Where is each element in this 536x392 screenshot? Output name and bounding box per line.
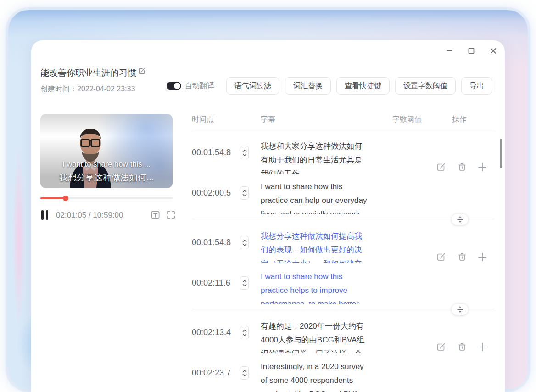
created-time: 创建时间：2022-04-02 23:33 xyxy=(40,84,135,94)
edit-pencil-icon xyxy=(436,252,446,262)
plus-icon xyxy=(477,252,487,262)
view-shortcuts-button[interactable]: 查看快捷键 xyxy=(336,77,390,95)
timestamp-zh: 00:01:54.8 xyxy=(192,238,238,247)
chevron-up-icon xyxy=(242,190,247,193)
plus-icon xyxy=(477,342,487,352)
minimize-icon xyxy=(446,47,453,55)
edit-pencil-icon xyxy=(436,342,446,352)
timestamp-en: 00:02:23.7 xyxy=(192,368,238,378)
maximize-icon xyxy=(468,47,475,55)
vocab-replace-button[interactable]: 词汇替换 xyxy=(285,77,331,95)
chevron-down-icon xyxy=(242,194,247,196)
trash-icon xyxy=(457,342,467,352)
subtitle-text-zh[interactable]: 我想和大家分享这种做法如何 有助于我们的日常生活尤其是 我们的工作 xyxy=(261,140,395,174)
chevron-down-icon xyxy=(242,284,247,286)
time-stepper[interactable] xyxy=(240,366,249,380)
chevron-down-icon xyxy=(242,333,247,336)
edit-subtitle-button[interactable] xyxy=(436,162,446,174)
timestamp-zh: 00:01:54.8 xyxy=(192,148,238,157)
subtitle-text-en[interactable]: I want to share how this practice can he… xyxy=(261,180,395,214)
trash-icon xyxy=(457,252,467,262)
minimize-button[interactable] xyxy=(444,46,454,56)
overlay-subtitles: I want to share how this ... 我想分享这种做法如何.… xyxy=(40,160,173,184)
word-threshold-button[interactable]: 设置字数阈值 xyxy=(395,77,456,95)
time-stepper[interactable] xyxy=(240,326,249,339)
timestamp-en: 00:02:11.6 xyxy=(192,278,238,288)
timestamp-zh: 00:02:13.4 xyxy=(192,328,238,337)
add-subtitle-button[interactable] xyxy=(477,162,487,174)
trash-icon xyxy=(457,162,467,172)
delete-subtitle-button[interactable] xyxy=(457,162,467,174)
auto-translate-toggle[interactable] xyxy=(167,82,181,90)
overlay-subtitle-zh: 我想分享这种做法如何... xyxy=(40,172,173,184)
edit-subtitle-button[interactable] xyxy=(436,252,446,263)
merge-rows-button[interactable] xyxy=(451,213,469,225)
maximize-button[interactable] xyxy=(466,46,476,56)
subtitle-group: 00:02:13.4 有趣的是，2020年一份大约有 4000人参与的由BCG和… xyxy=(31,309,505,392)
chevron-down-icon xyxy=(242,153,247,156)
subtitle-text-zh[interactable]: 有趣的是，2020年一份大约有 4000人参与的由BCG和BVA组 织的调查问卷… xyxy=(261,319,395,353)
column-header-time: 时间点 xyxy=(192,115,214,124)
edit-pencil-icon xyxy=(436,162,446,172)
close-button[interactable] xyxy=(488,46,498,56)
add-subtitle-button[interactable] xyxy=(477,252,487,263)
column-header-actions: 操作 xyxy=(452,115,467,124)
column-header-threshold: 字数阈值 xyxy=(392,115,422,124)
auto-translate-label: 自动翻译 xyxy=(185,81,214,91)
close-icon xyxy=(490,47,497,55)
chevron-down-icon xyxy=(242,374,247,376)
subtitle-text-en[interactable]: Interestingly, in a 2020 survey of some … xyxy=(261,360,395,392)
toggle-knob xyxy=(174,83,180,89)
chevron-up-icon xyxy=(242,370,247,373)
time-stepper[interactable] xyxy=(240,236,249,249)
time-stepper[interactable] xyxy=(240,276,249,290)
delete-subtitle-button[interactable] xyxy=(457,252,467,263)
time-stepper[interactable] xyxy=(240,186,249,200)
chevron-up-icon xyxy=(242,150,247,152)
merge-rows-button[interactable] xyxy=(451,303,469,315)
column-header-subtitle: 字幕 xyxy=(261,115,275,124)
timestamp-en: 00:02:00.5 xyxy=(192,188,238,198)
overlay-subtitle-en: I want to share how this ... xyxy=(40,160,173,168)
time-stepper[interactable] xyxy=(240,146,249,159)
chevron-down-icon xyxy=(242,243,247,246)
video-title: 能改善你职业生涯的习惯 xyxy=(40,67,136,79)
subtitle-text-zh[interactable]: 我想分享这种做法如何提高我 们的表现，如何做出更好的决 定（无论大小），和如何建… xyxy=(261,230,395,263)
edit-icon xyxy=(138,67,146,75)
chevron-up-icon xyxy=(242,280,247,283)
window-controls xyxy=(444,46,498,56)
edit-title-button[interactable] xyxy=(138,67,146,77)
subtitle-group: 00:01:54.8 我想分享这种做法如何提高我 们的表现，如何做出更好的决 定… xyxy=(31,219,505,309)
delete-subtitle-button[interactable] xyxy=(457,342,467,353)
scrollbar-thumb[interactable] xyxy=(500,139,502,168)
export-button[interactable]: 导出 xyxy=(461,77,492,95)
chevron-up-icon xyxy=(242,330,247,332)
plus-icon xyxy=(477,162,487,172)
auto-translate-group: 自动翻译 xyxy=(167,81,214,91)
toolbar: 自动翻译 语气词过滤 词汇替换 查看快捷键 设置字数阈值 导出 xyxy=(167,77,492,95)
merge-rows-icon xyxy=(457,216,463,223)
edit-subtitle-button[interactable] xyxy=(436,342,446,353)
app-window: 能改善你职业生涯的习惯 创建时间：2022-04-02 23:33 自动翻译 语… xyxy=(31,40,505,392)
add-subtitle-button[interactable] xyxy=(477,342,487,353)
subtitle-text-en[interactable]: I want to share how this practice helps … xyxy=(261,270,395,304)
filler-word-filter-button[interactable]: 语气词过滤 xyxy=(226,77,279,95)
chevron-up-icon xyxy=(242,240,247,242)
merge-rows-icon xyxy=(457,306,463,313)
